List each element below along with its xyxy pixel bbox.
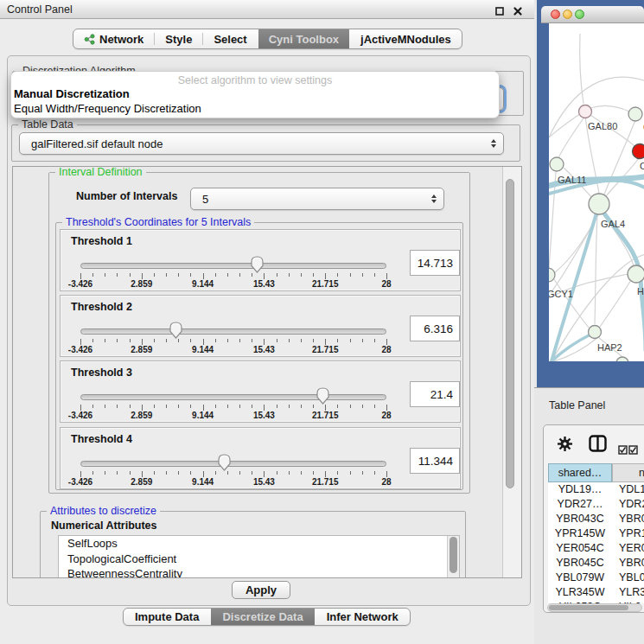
attribute-list-item[interactable]: TopologicalCoefficient <box>59 552 459 567</box>
axis-tick-label: -3.426 <box>68 477 92 487</box>
axis-tick <box>252 405 252 408</box>
axis-tick <box>313 405 314 408</box>
attribute-list-item[interactable]: BetweennessCentrality <box>59 566 459 578</box>
axis-tick <box>264 339 265 345</box>
table-data-select[interactable]: galFiltered.sif default node <box>19 132 504 155</box>
threshold-value-input[interactable] <box>410 316 460 341</box>
network-node-h[interactable] <box>628 265 644 283</box>
axis-tick <box>289 339 290 342</box>
slider-thumb[interactable] <box>250 255 265 274</box>
network-node-gal4[interactable] <box>589 194 609 214</box>
network-node-gal11[interactable] <box>550 157 564 171</box>
threshold-value-input[interactable] <box>410 448 460 474</box>
table-row[interactable]: YDL19…YDL1 <box>548 482 644 497</box>
scrollbar-thumb[interactable] <box>549 605 628 610</box>
threshold-value-input[interactable] <box>410 250 460 276</box>
axis-tick-label: 28 <box>381 279 391 289</box>
scrollbar-thumb[interactable] <box>450 537 457 573</box>
group-title: Interval Definition <box>55 166 146 178</box>
axis-tick-label: 9.144 <box>192 477 214 487</box>
axis-tick <box>178 273 179 277</box>
dropdown-option-manual-discretization[interactable]: Manual Discretization <box>11 86 499 101</box>
tab-network[interactable]: Network <box>73 29 154 48</box>
slider-thumb[interactable] <box>217 453 232 472</box>
attributes-scrollbar[interactable] <box>447 536 459 578</box>
threshold-slider-track[interactable] <box>80 394 386 400</box>
table-row[interactable]: YBL079WYBL0 <box>548 571 644 585</box>
axis-tick <box>374 405 375 408</box>
network-window-titlebar[interactable] <box>541 6 644 23</box>
network-window: GAL80GCGAL11GAL4GCY1HHAP2 <box>537 0 644 387</box>
axis-tick <box>105 471 105 475</box>
tab-label: Style <box>165 33 192 46</box>
scrollbar-thumb[interactable] <box>506 179 514 488</box>
checkbox-icon[interactable] <box>628 443 638 458</box>
table-horizontal-scrollbar[interactable] <box>547 603 642 612</box>
axis-tick <box>325 405 326 411</box>
tab-impute-data[interactable]: Impute Data <box>124 609 210 625</box>
number-of-intervals-value: 5 <box>202 188 208 210</box>
axis-tick <box>277 273 277 277</box>
axis-tick-label: 28 <box>381 345 391 354</box>
threshold-slider-track[interactable] <box>80 328 386 335</box>
axis-tick <box>362 405 363 408</box>
axis-tick-label: 15.43 <box>253 345 275 354</box>
axis-tick <box>264 405 265 411</box>
network-node-gal80[interactable] <box>579 105 592 118</box>
column-header-2[interactable]: n <box>612 463 644 482</box>
axis-tick <box>166 471 167 475</box>
settings-gear-icon[interactable] <box>558 437 572 455</box>
axis-tick <box>80 273 81 279</box>
axis-tick <box>190 405 191 408</box>
float-window-icon[interactable] <box>494 4 505 15</box>
control-panel-tabbar: NetworkStyleSelectCyni ToolboxjActiveMNo… <box>73 29 462 49</box>
network-canvas[interactable]: GAL80GCGAL11GAL4GCY1HHAP2 <box>549 23 644 361</box>
axis-tick <box>142 471 143 477</box>
network-node-g[interactable] <box>628 107 642 121</box>
table-row[interactable]: YER054CYER0 <box>548 541 644 556</box>
table-row[interactable]: YBR043CYBR0 <box>548 512 644 526</box>
column-header-1[interactable]: shared… <box>548 463 612 482</box>
table-row[interactable]: YLR345WYLR3 <box>548 585 644 600</box>
minimize-traffic-light-icon[interactable] <box>563 10 572 19</box>
network-node[interactable] <box>616 357 628 361</box>
network-node-c[interactable] <box>633 144 644 159</box>
threshold-slider-track[interactable] <box>80 461 386 467</box>
axis-tick <box>337 471 338 475</box>
network-node-hap2[interactable] <box>589 326 602 339</box>
numerical-attributes-list[interactable]: SelfLoopsTopologicalCoefficientBetweenne… <box>58 535 460 578</box>
tab-cyni-toolbox[interactable]: Cyni Toolbox <box>258 29 349 48</box>
zoom-traffic-light-icon[interactable] <box>575 10 584 19</box>
table-body: YDL19…YDL1YDR27…YDR2YBR043CYBR0YPR145WYP… <box>548 482 644 603</box>
slider-thumb[interactable] <box>169 321 183 340</box>
combo-arrows-icon <box>491 139 496 148</box>
tab-infer-network[interactable]: Infer Network <box>316 609 410 625</box>
table-panel-title: Table Panel <box>549 399 605 411</box>
number-of-intervals-select[interactable]: 5 <box>190 188 444 210</box>
table-row[interactable]: YDR27…YDR2 <box>548 497 644 512</box>
threshold-panel-1: Threshold 1-3.4262.8599.14415.4321.71528 <box>60 229 461 291</box>
tab-jactivemnodules[interactable]: jActiveMNodules <box>350 29 462 48</box>
axis-tick <box>166 273 167 277</box>
tab-discretize-data[interactable]: Discretize Data <box>211 609 314 625</box>
threshold-slider-track[interactable] <box>80 263 386 269</box>
apply-button[interactable]: Apply <box>232 581 290 599</box>
tab-select[interactable]: Select <box>203 29 257 48</box>
axis-tick <box>92 273 93 277</box>
threshold-label: Threshold 3 <box>71 367 132 379</box>
column-layout-icon[interactable] <box>589 435 607 456</box>
axis-tick <box>105 273 105 277</box>
table-row[interactable]: YPR145WYPR1 <box>548 526 644 541</box>
close-traffic-light-icon[interactable] <box>551 10 560 19</box>
tab-style[interactable]: Style <box>155 29 202 48</box>
table-row[interactable]: YBR045CYBR0 <box>548 556 644 571</box>
checkbox-icon[interactable] <box>618 443 628 458</box>
dropdown-option-equal-width-frequency[interactable]: Equal Width/Frequency Discretization <box>11 101 499 116</box>
axis-tick <box>289 471 290 475</box>
slider-thumb[interactable] <box>316 386 330 405</box>
threshold-value-input[interactable] <box>410 381 460 407</box>
attribute-list-item[interactable]: SelfLoops <box>59 536 459 552</box>
threshold-panel-2: Threshold 2-3.4262.8599.14415.4321.71528 <box>60 295 461 357</box>
main-scrollbar[interactable] <box>502 167 521 577</box>
close-panel-icon[interactable] <box>513 4 523 15</box>
